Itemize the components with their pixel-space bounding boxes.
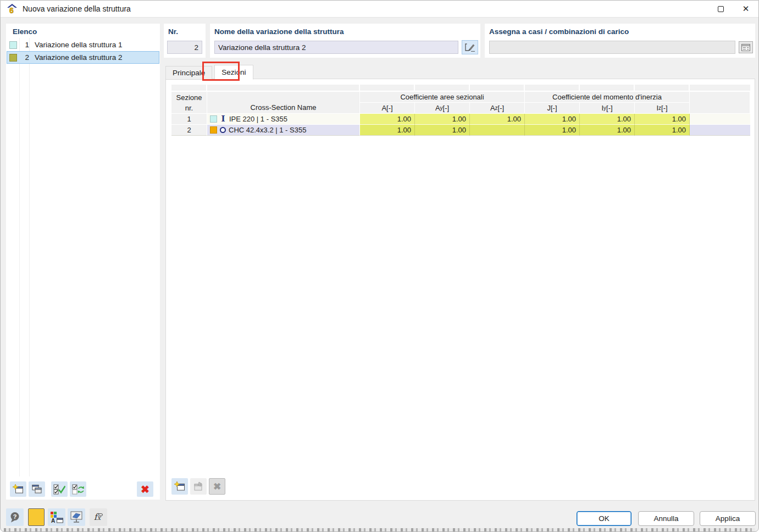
assign-panel: Assegna a casi / combinazioni di carico — [485, 24, 755, 58]
help-icon: ? — [9, 512, 20, 523]
name-input[interactable] — [214, 41, 458, 54]
coef-J-cell[interactable]: 1.00 — [525, 114, 580, 125]
tab-principale[interactable]: Principale — [165, 66, 212, 80]
list-grid-line — [29, 38, 30, 476]
sections-table: Sezione nr. Cross-Section Name Coefficie… — [171, 85, 750, 136]
coef-Iy-cell[interactable]: 1.00 — [580, 125, 635, 136]
title-bar: 6 Nuova variazione della struttura ✕ — [1, 1, 758, 18]
coef-Az-cell[interactable] — [470, 125, 525, 136]
section-color-swatch — [210, 126, 217, 134]
col-header-A: A [-] — [360, 103, 415, 114]
delete-variation-button[interactable]: ✖ — [137, 481, 153, 497]
row-number-cell[interactable]: 2 — [171, 125, 207, 136]
coef-Iz-cell[interactable]: 1.00 — [635, 114, 690, 125]
delete-icon: ✖ — [141, 484, 149, 495]
close-icon: ✕ — [743, 4, 750, 14]
col-group-inertia-coefficients: Coefficiente del momento d'inerzia — [525, 92, 690, 103]
delete-icon: ✖ — [213, 482, 221, 491]
coef-Iy-cell[interactable]: 1.00 — [580, 114, 635, 125]
graphic-view-icon — [70, 511, 83, 523]
new-section-button[interactable] — [171, 478, 188, 495]
formula-button[interactable]: fx — [90, 508, 107, 526]
col-header-Iy: Iy [-] — [580, 103, 635, 114]
dialog-window: 6 Nuova variazione della struttura ✕ Ele… — [0, 0, 759, 532]
maximize-button[interactable] — [708, 1, 733, 17]
edit-window-icon — [193, 481, 204, 491]
col-header-name: Cross-Section Name — [207, 92, 360, 114]
app-icon: 6 — [6, 3, 18, 14]
i-section-icon: I — [220, 115, 226, 123]
table-top-strip — [171, 85, 750, 91]
nr-panel: Nr. — [164, 24, 206, 58]
coef-Ay-cell[interactable]: 1.00 — [415, 125, 470, 136]
row-number-cell[interactable]: 1 — [171, 114, 207, 125]
tab-bar: PrincipaleSezioni — [165, 65, 253, 80]
col-header-sezione: Sezione nr. — [171, 92, 207, 114]
name-panel: Nome della variazione della struttura — [210, 24, 480, 58]
cancel-button[interactable]: Annulla — [638, 511, 694, 526]
coef-J-cell[interactable]: 1.00 — [525, 125, 580, 136]
help-button[interactable]: ? — [6, 508, 24, 526]
variation-color-swatch — [9, 54, 17, 62]
cross-section-name: IPE 220 | 1 - S355 — [229, 115, 287, 123]
table-row: 2 CHC 42.4x3.2 | 1 - S355 1.00 1.00 1.00… — [171, 125, 750, 136]
dialog-title: Nuova variazione della struttura — [23, 4, 131, 13]
svg-text:?: ? — [13, 513, 17, 520]
list-item-variation-2[interactable]: 2 Variazione della struttura 2 — [7, 51, 159, 64]
select-all-icon — [53, 484, 65, 495]
col-group-area-coefficients: Coefficiente aree sezionali — [360, 92, 525, 103]
eye-icon — [98, 513, 103, 516]
nr-input[interactable] — [167, 41, 202, 54]
coef-Az-cell[interactable]: 1.00 — [470, 114, 525, 125]
tab-sezioni[interactable]: Sezioni — [214, 65, 253, 80]
show-in-graphic-button[interactable] — [68, 508, 85, 526]
edit-section-button-disabled[interactable] — [190, 478, 207, 495]
empty-cell — [690, 114, 750, 125]
background-window-edge — [4, 528, 755, 531]
edit-name-button[interactable] — [462, 40, 478, 54]
cross-section-name-cell[interactable]: I IPE 220 | 1 - S355 — [207, 114, 360, 125]
nr-label: Nr. — [168, 27, 178, 36]
maximize-icon — [718, 6, 724, 12]
copy-variation-button[interactable] — [29, 481, 45, 497]
invert-selection-icon — [72, 484, 84, 495]
invert-selection-button[interactable] — [70, 481, 86, 497]
col-header-Ay: Ay [-] — [415, 103, 470, 114]
col-header-empty — [690, 92, 750, 114]
select-dialog-icon — [741, 44, 750, 51]
list-item-variation-1[interactable]: 1 Variazione della struttura 1 — [7, 38, 159, 51]
assign-select-button[interactable] — [739, 41, 753, 53]
ok-button[interactable]: OK — [577, 511, 631, 526]
assign-input[interactable] — [489, 41, 735, 54]
table-row: 1 I IPE 220 | 1 - S355 1.00 1.00 1.00 1.… — [171, 114, 750, 125]
copy-windows-icon — [31, 484, 42, 494]
close-button[interactable]: ✕ — [733, 1, 758, 17]
section-color-swatch — [210, 115, 217, 123]
list-header: Elenco — [13, 27, 37, 36]
assign-label: Assegna a casi / combinazioni di carico — [489, 27, 629, 36]
coef-A-cell[interactable]: 1.00 — [360, 125, 415, 136]
variation-label: Variazione della struttura 2 — [35, 53, 123, 62]
cross-section-name: CHC 42.4x3.2 | 1 - S355 — [229, 126, 306, 134]
new-window-star-icon — [13, 484, 24, 494]
new-window-star-icon — [174, 481, 185, 491]
edit-pencil-icon — [464, 43, 475, 52]
variation-label: Variazione della struttura 1 — [35, 41, 123, 49]
coef-Ay-cell[interactable]: 1.00 — [415, 114, 470, 125]
display-properties-button[interactable]: A — [48, 508, 65, 526]
delete-section-button-disabled[interactable]: ✖ — [209, 478, 225, 495]
col-header-J: J [-] — [525, 103, 580, 114]
select-all-button[interactable] — [51, 481, 68, 497]
apply-button[interactable]: Applica — [700, 511, 756, 526]
cross-section-name-cell[interactable]: CHC 42.4x3.2 | 1 - S355 — [207, 125, 360, 136]
table-header: Sezione nr. Cross-Section Name Coefficie… — [171, 92, 750, 114]
coef-Iz-cell[interactable]: 1.00 — [635, 125, 690, 136]
variation-list-panel: Elenco 1 Variazione della struttura 1 2 … — [6, 24, 160, 500]
display-properties-icon: A — [50, 511, 63, 523]
partial-view-color-button[interactable] — [28, 508, 45, 526]
new-variation-button[interactable] — [10, 481, 26, 497]
app-icon-number: 6 — [9, 6, 14, 14]
round-section-icon — [220, 127, 226, 133]
sezioni-tab-page: Sezione nr. Cross-Section Name Coefficie… — [165, 79, 755, 501]
coef-A-cell[interactable]: 1.00 — [360, 114, 415, 125]
